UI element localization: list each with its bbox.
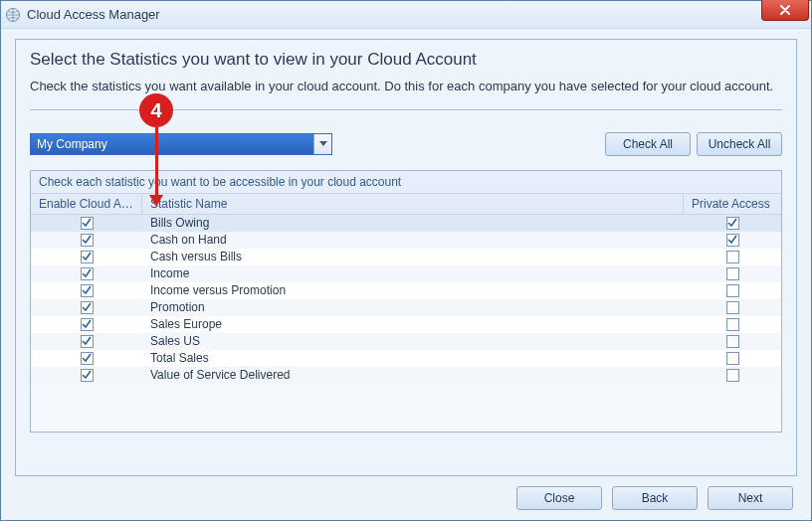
enable-cell: [31, 369, 142, 382]
name-cell: Cash on Hand: [142, 233, 684, 247]
private-checkbox[interactable]: [726, 369, 739, 382]
private-cell: [684, 352, 781, 365]
private-cell: [684, 284, 781, 297]
grid-body: Bills OwingCash on HandCash versus Bills…: [31, 215, 781, 384]
check-all-button[interactable]: Check All: [605, 132, 691, 156]
enable-checkbox[interactable]: [81, 284, 94, 297]
table-row[interactable]: Sales Europe: [31, 316, 781, 333]
name-cell: Promotion: [142, 300, 684, 314]
close-button[interactable]: Close: [516, 486, 602, 510]
enable-checkbox[interactable]: [81, 267, 94, 280]
titlebar: Cloud Access Manager: [1, 1, 811, 29]
enable-checkbox[interactable]: [81, 301, 94, 314]
back-button[interactable]: Back: [612, 486, 698, 510]
col-private[interactable]: Private Access: [684, 194, 781, 214]
name-cell: Sales US: [142, 334, 684, 348]
name-cell: Total Sales: [142, 351, 684, 365]
table-row[interactable]: Total Sales: [31, 350, 781, 367]
page-heading: Select the Statistics you want to view i…: [30, 50, 782, 70]
enable-checkbox[interactable]: [81, 369, 94, 382]
enable-cell: [31, 284, 142, 297]
enable-cell: [31, 352, 142, 365]
globe-icon: [5, 7, 21, 23]
col-enable[interactable]: Enable Cloud Acc...: [31, 194, 142, 214]
name-cell: Income versus Promotion: [142, 283, 684, 297]
footer-buttons: Close Back Next: [516, 486, 793, 510]
private-checkbox[interactable]: [726, 217, 739, 230]
table-row[interactable]: Income: [31, 265, 781, 282]
table-row[interactable]: Promotion: [31, 299, 781, 316]
private-cell: [684, 217, 781, 230]
inner-panel: Select the Statistics you want to view i…: [15, 39, 797, 476]
company-select-value: My Company: [31, 134, 313, 154]
app-window: Cloud Access Manager Select the Statisti…: [0, 0, 812, 521]
uncheck-all-button[interactable]: Uncheck All: [697, 132, 782, 156]
next-button[interactable]: Next: [708, 486, 793, 510]
statistics-grid: Check each statistic you want to be acce…: [30, 170, 782, 433]
table-row[interactable]: Sales US: [31, 333, 781, 350]
enable-checkbox[interactable]: [81, 352, 94, 365]
enable-checkbox[interactable]: [81, 251, 94, 263]
private-checkbox[interactable]: [726, 352, 739, 365]
company-select[interactable]: My Company: [30, 133, 332, 155]
name-cell: Value of Service Delivered: [142, 368, 684, 382]
enable-cell: [31, 267, 142, 280]
private-cell: [684, 251, 781, 263]
private-cell: [684, 301, 781, 314]
private-cell: [684, 318, 781, 331]
private-checkbox[interactable]: [726, 267, 739, 280]
private-checkbox[interactable]: [726, 335, 739, 348]
window-title: Cloud Access Manager: [27, 7, 160, 22]
enable-checkbox[interactable]: [81, 234, 94, 247]
enable-cell: [31, 335, 142, 348]
enable-checkbox[interactable]: [81, 318, 94, 331]
enable-checkbox[interactable]: [81, 217, 94, 230]
private-checkbox[interactable]: [726, 234, 739, 247]
grid-caption: Check each statistic you want to be acce…: [31, 171, 781, 194]
chevron-down-icon[interactable]: [313, 134, 331, 154]
content-area: Select the Statistics you want to view i…: [1, 29, 811, 520]
divider: [30, 109, 782, 110]
table-row[interactable]: Cash on Hand: [31, 232, 781, 249]
enable-cell: [31, 217, 142, 230]
table-row[interactable]: Income versus Promotion: [31, 282, 781, 299]
enable-cell: [31, 234, 142, 247]
grid-header: Enable Cloud Acc... Statistic Name Priva…: [31, 194, 781, 215]
enable-cell: [31, 318, 142, 331]
table-row[interactable]: Cash versus Bills: [31, 249, 781, 265]
private-checkbox[interactable]: [726, 301, 739, 314]
page-subtext: Check the statistics you want available …: [30, 78, 782, 95]
name-cell: Income: [142, 266, 684, 280]
close-window-button[interactable]: [761, 0, 809, 21]
private-checkbox[interactable]: [726, 284, 739, 297]
private-cell: [684, 267, 781, 280]
table-row[interactable]: Value of Service Delivered: [31, 367, 781, 384]
controls-row: My Company Check All Uncheck All: [30, 132, 782, 156]
name-cell: Bills Owing: [142, 216, 684, 230]
enable-checkbox[interactable]: [81, 335, 94, 348]
private-cell: [684, 369, 781, 382]
private-cell: [684, 234, 781, 247]
enable-cell: [31, 301, 142, 314]
name-cell: Cash versus Bills: [142, 250, 684, 263]
annotation-badge: 4: [139, 93, 173, 127]
private-checkbox[interactable]: [726, 251, 739, 263]
private-checkbox[interactable]: [726, 318, 739, 331]
col-name[interactable]: Statistic Name: [142, 194, 684, 214]
name-cell: Sales Europe: [142, 317, 684, 331]
enable-cell: [31, 251, 142, 263]
table-row[interactable]: Bills Owing: [31, 215, 781, 232]
private-cell: [684, 335, 781, 348]
